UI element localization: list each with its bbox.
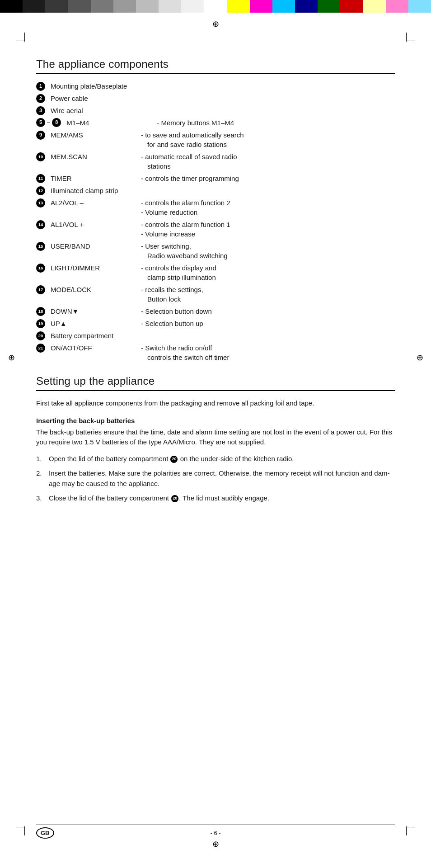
component-num-20: 20 — [36, 331, 45, 340]
component-row-10: 10 MEM.SCAN - automatic recall of saved … — [36, 152, 395, 171]
component-label-12: Illuminated clamp strip — [51, 186, 118, 195]
component-label-19: UP▲ — [51, 319, 141, 328]
setup-intro: First take all appliance components from… — [36, 398, 395, 409]
component-num-range-5-8: 5 – 8 — [36, 118, 61, 127]
swatch-7 — [136, 0, 159, 13]
swatch-red — [340, 0, 363, 13]
reg-mark-bottom: ⊕ — [211, 839, 220, 849]
crop-tl-v — [24, 33, 25, 42]
component-label-16: LIGHT/DIMMER — [51, 263, 141, 273]
component-num-9: 9 — [36, 131, 45, 140]
circle-20-ref2: 20 — [171, 495, 178, 502]
component-row-18: 18 DOWN▼ - Selection button down — [36, 307, 395, 316]
component-row-14: 14 AL1/VOL + - controls the alarm functi… — [36, 220, 395, 239]
swatch-2 — [23, 0, 45, 13]
swatch-yellow — [227, 0, 250, 13]
num-8: 8 — [52, 118, 61, 127]
setup-section: Setting up the appliance First take all … — [36, 375, 395, 504]
reg-mark-right: ⊕ — [415, 353, 425, 363]
component-desc-10: - automatic recall of saved radiostation… — [141, 152, 395, 171]
component-row-11: 11 TIMER - controls the timer programmin… — [36, 174, 395, 183]
component-label-9: MEM/AMS — [51, 130, 141, 140]
component-desc-21: - Switch the radio on/offcontrols the sw… — [141, 343, 395, 362]
component-num-19: 19 — [36, 319, 45, 328]
crop-br-v — [406, 826, 407, 835]
crop-tr-v — [406, 33, 407, 42]
component-num-10: 10 — [36, 152, 45, 161]
page-footer: GB - 6 - — [36, 825, 395, 836]
batteries-steps: 1. Open the lid of the battery compartme… — [36, 454, 395, 504]
component-desc-11: - controls the timer programming — [141, 174, 395, 183]
component-row-19: 19 UP▲ - Selection button up — [36, 319, 395, 328]
component-row-21: 21 ON/AOT/OFF - Switch the radio on/offc… — [36, 343, 395, 362]
component-label-14: AL1/VOL + — [51, 220, 141, 229]
component-num-15: 15 — [36, 242, 45, 251]
components-title: The appliance components — [36, 58, 395, 71]
setup-title: Setting up the appliance — [36, 375, 395, 387]
component-row-2: 2 Power cable — [36, 94, 395, 103]
component-label-15: USER/BAND — [51, 241, 141, 251]
crop-tl-h — [16, 41, 25, 41]
components-section: The appliance components 1 Mounting plat… — [36, 58, 395, 362]
page-number: - 6 - — [210, 830, 220, 836]
crop-bl-v — [24, 826, 25, 835]
page-content: The appliance components 1 Mounting plat… — [0, 13, 431, 544]
component-label-3: Wire aerial — [51, 106, 83, 115]
swatch-5 — [91, 0, 113, 13]
component-desc-13: - controls the alarm function 2- Volume … — [141, 198, 395, 217]
batteries-body: The back-up batteries ensure that the ti… — [36, 427, 395, 448]
component-num-17: 17 — [36, 285, 45, 294]
step-1: 1. Open the lid of the battery compartme… — [36, 454, 395, 464]
swatch-darkgreen — [318, 0, 340, 13]
swatch-darkblue — [295, 0, 318, 13]
crop-br-h — [406, 827, 415, 827]
components-divider — [36, 73, 395, 74]
crop-tr-h — [406, 41, 415, 41]
component-desc-5-8: - Memory buttons M1–M4 — [157, 118, 395, 127]
component-desc-14: - controls the alarm function 1- Volume … — [141, 220, 395, 239]
component-row-20: 20 Battery compartment — [36, 331, 395, 340]
component-num-12: 12 — [36, 186, 45, 195]
component-desc-19: - Selection button up — [141, 319, 395, 328]
component-label-2: Power cable — [51, 94, 88, 103]
color-bar — [0, 0, 431, 13]
component-label-10: MEM.SCAN — [51, 152, 141, 161]
component-num-16: 16 — [36, 264, 45, 273]
component-desc-17: - recalls the settings,Button lock — [141, 285, 395, 304]
swatch-lightcyan — [408, 0, 431, 13]
component-label-18: DOWN▼ — [51, 307, 141, 316]
swatch-4 — [68, 0, 90, 13]
component-row-13: 13 AL2/VOL – - controls the alarm functi… — [36, 198, 395, 217]
swatch-6 — [113, 0, 136, 13]
swatch-9 — [181, 0, 204, 13]
component-row-3: 3 Wire aerial — [36, 106, 395, 115]
crop-bl-h — [16, 827, 25, 827]
num-5: 5 — [36, 118, 45, 127]
component-num-1: 1 — [36, 82, 45, 91]
batteries-subtitle: Inserting the back-up batteries — [36, 417, 395, 425]
component-label-17: MODE/LOCK — [51, 285, 141, 294]
component-row-16: 16 LIGHT/DIMMER - controls the display a… — [36, 263, 395, 282]
component-row-17: 17 MODE/LOCK - recalls the settings,Butt… — [36, 285, 395, 304]
component-row-5-8: 5 – 8 M1–M4 - Memory buttons M1–M4 — [36, 118, 395, 127]
step-2: 2. Insert the batteries. Make sure the p… — [36, 468, 395, 489]
component-row-9: 9 MEM/AMS - to save and automatically se… — [36, 130, 395, 149]
country-badge: GB — [36, 827, 54, 839]
component-num-3: 3 — [36, 106, 45, 115]
swatch-10 — [204, 0, 227, 13]
component-row-15: 15 USER/BAND - User switching,Radio wave… — [36, 241, 395, 260]
swatch-lightyellow — [363, 0, 386, 13]
swatch-lightpink — [386, 0, 408, 13]
component-num-18: 18 — [36, 307, 45, 316]
component-row-12: 12 Illuminated clamp strip — [36, 186, 395, 195]
swatch-cyan — [272, 0, 295, 13]
component-num-13: 13 — [36, 198, 45, 208]
reg-mark-top: ⊕ — [211, 19, 220, 29]
component-label-11: TIMER — [51, 174, 141, 183]
component-desc-15: - User switching,Radio waveband switchin… — [141, 241, 395, 260]
component-row-1: 1 Mounting plate/Baseplate — [36, 81, 395, 91]
swatch-3 — [45, 0, 68, 13]
reg-mark-left: ⊕ — [6, 353, 16, 363]
setup-divider — [36, 390, 395, 391]
swatch-1 — [0, 0, 23, 13]
